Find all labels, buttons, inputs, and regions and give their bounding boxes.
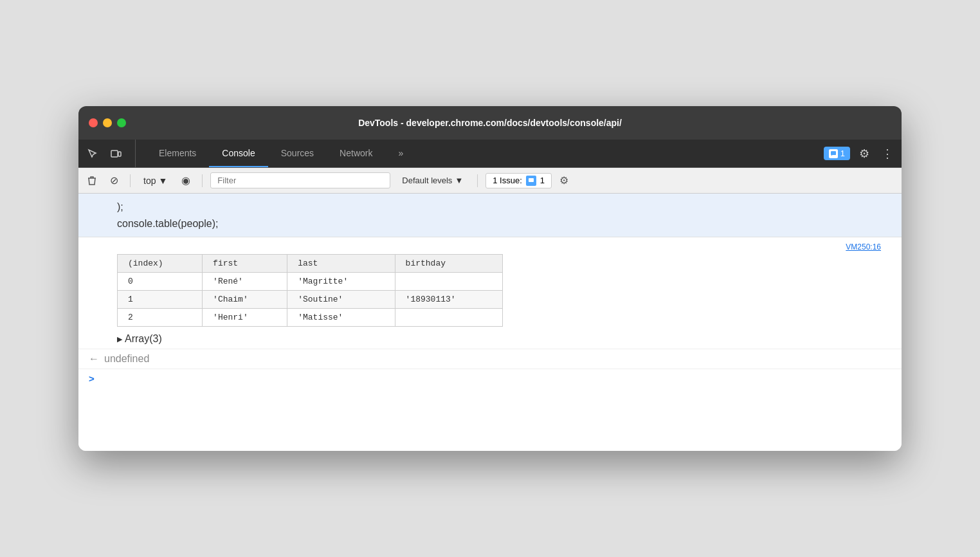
- dropdown-arrow-icon: ▼: [158, 176, 167, 186]
- title-bar: DevTools - developer.chrome.com/docs/dev…: [78, 106, 902, 140]
- col-header-birthday: birthday: [395, 255, 502, 273]
- maximize-button[interactable]: [117, 118, 126, 127]
- code-line-2: console.table(people);: [117, 215, 891, 232]
- array-label: Array(3): [125, 333, 162, 345]
- main-tabs: Elements Console Sources Network »: [146, 140, 824, 167]
- table-row: 2'Henri''Matisse': [118, 309, 503, 327]
- undefined-output: ← undefined: [78, 349, 902, 369]
- close-button[interactable]: [89, 118, 98, 127]
- return-arrow-icon: ←: [89, 353, 99, 365]
- tab-more[interactable]: »: [385, 139, 416, 167]
- devtools-icons: [84, 140, 136, 167]
- console-output: ); console.table(people); VM250:16 (inde…: [78, 194, 902, 451]
- settings-icon[interactable]: ⚙: [855, 145, 873, 163]
- col-header-index: (index): [118, 255, 203, 273]
- default-levels-button[interactable]: Default levels ▼: [395, 173, 469, 188]
- tab-console[interactable]: Console: [209, 139, 268, 167]
- tab-elements[interactable]: Elements: [146, 139, 209, 167]
- undefined-text: undefined: [104, 353, 149, 365]
- clear-console-icon[interactable]: [84, 172, 100, 189]
- svg-rect-1: [118, 152, 121, 156]
- context-selector[interactable]: top ▼: [138, 174, 172, 188]
- console-toolbar: ⊘ top ▼ ◉ Default levels ▼ 1 Issue: 1 ⚙: [78, 168, 902, 194]
- message-icon: [829, 149, 838, 158]
- code-block: ); console.table(people);: [78, 194, 902, 237]
- table-wrapper: (index) first last birthday 0'René''Magr…: [78, 251, 902, 329]
- tab-network[interactable]: Network: [327, 139, 385, 167]
- devtools-window: DevTools - developer.chrome.com/docs/dev…: [78, 106, 902, 451]
- svg-rect-3: [529, 178, 534, 182]
- table-header-row: (index) first last birthday: [118, 255, 503, 273]
- toolbar-divider-3: [477, 174, 478, 187]
- toolbar-divider: [130, 174, 131, 187]
- vm-source-link[interactable]: VM250:16: [846, 242, 881, 251]
- device-toolbar-icon[interactable]: [107, 145, 125, 163]
- minimize-button[interactable]: [103, 118, 112, 127]
- console-settings-icon[interactable]: ⚙: [557, 172, 571, 189]
- vm-link-container: VM250:16: [78, 237, 902, 242]
- issues-badge[interactable]: 1 Issue: 1: [485, 173, 552, 188]
- eye-icon[interactable]: ◉: [177, 172, 194, 189]
- table-row: 0'René''Magritte': [118, 273, 503, 291]
- col-header-last: last: [287, 255, 395, 273]
- console-prompt[interactable]: >: [78, 369, 902, 388]
- svg-rect-0: [111, 151, 118, 157]
- console-messages-badge[interactable]: 1: [824, 147, 850, 160]
- tab-sources[interactable]: Sources: [268, 139, 327, 167]
- levels-arrow-icon: ▼: [455, 176, 463, 185]
- block-icon[interactable]: ⊘: [105, 172, 122, 189]
- table-row: 1'Chaim''Soutine''18930113': [118, 291, 503, 309]
- inspect-element-icon[interactable]: [84, 145, 102, 163]
- issue-icon: [526, 176, 536, 186]
- window-title: DevTools - developer.chrome.com/docs/dev…: [358, 118, 622, 128]
- array-expand-row[interactable]: ▶ Array(3): [78, 329, 902, 349]
- console-table: (index) first last birthday 0'René''Magr…: [117, 254, 503, 327]
- array-expand-icon: ▶: [117, 335, 122, 343]
- traffic-lights: [89, 118, 126, 127]
- col-header-first: first: [203, 255, 287, 273]
- tab-bar: Elements Console Sources Network »: [78, 140, 902, 168]
- toolbar-divider-2: [202, 174, 203, 187]
- code-line-1: );: [117, 199, 891, 215]
- filter-input[interactable]: [210, 172, 390, 188]
- more-options-icon[interactable]: ⋮: [878, 145, 896, 163]
- tab-right-icons: 1 ⚙ ⋮: [824, 145, 896, 163]
